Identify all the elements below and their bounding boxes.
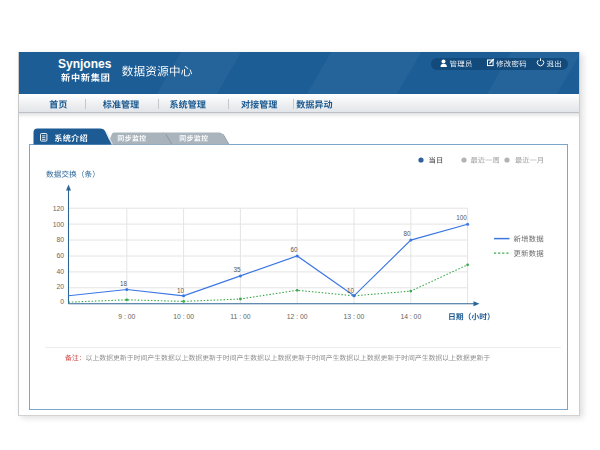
svg-text:10: 10 bbox=[177, 287, 185, 294]
svg-text:80: 80 bbox=[56, 236, 64, 243]
svg-text:9 : 00: 9 : 00 bbox=[118, 313, 135, 320]
svg-text:0: 0 bbox=[60, 298, 64, 305]
svg-text:12 : 00: 12 : 00 bbox=[287, 313, 308, 320]
svg-text:100: 100 bbox=[53, 221, 65, 228]
svg-text:14 : 00: 14 : 00 bbox=[400, 313, 421, 320]
svg-text:10: 10 bbox=[347, 287, 355, 294]
svg-text:100: 100 bbox=[456, 214, 467, 221]
svg-text:60: 60 bbox=[290, 246, 298, 253]
svg-text:13 : 00: 13 : 00 bbox=[344, 313, 365, 320]
svg-text:11 : 00: 11 : 00 bbox=[230, 313, 251, 320]
svg-text:35: 35 bbox=[233, 266, 241, 273]
svg-text:20: 20 bbox=[56, 283, 64, 290]
svg-text:40: 40 bbox=[56, 268, 64, 275]
svg-text:120: 120 bbox=[53, 205, 65, 212]
svg-text:18: 18 bbox=[120, 280, 128, 287]
svg-text:60: 60 bbox=[56, 252, 64, 259]
svg-text:80: 80 bbox=[403, 230, 411, 237]
svg-text:10 : 00: 10 : 00 bbox=[173, 313, 194, 320]
